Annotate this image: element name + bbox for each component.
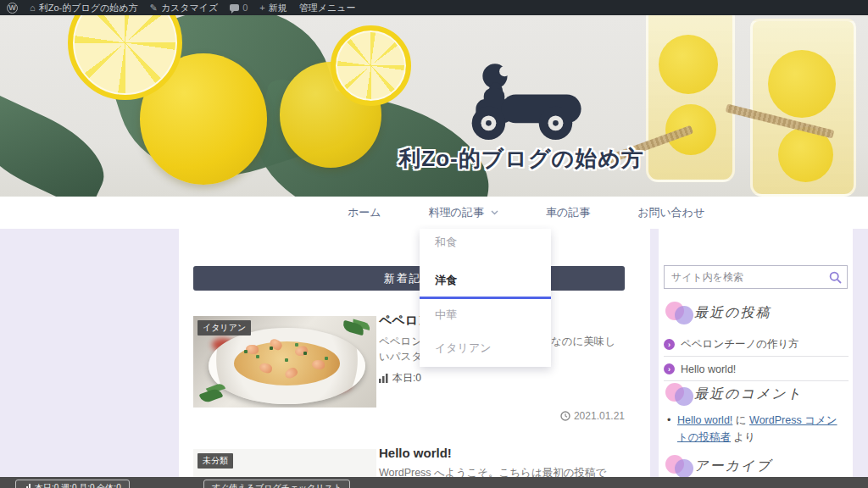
customize-icon: ✎ bbox=[149, 3, 157, 14]
widget-circles-icon bbox=[665, 383, 694, 405]
widget-title-recent-comments: 最近のコメント bbox=[665, 383, 803, 405]
admin-menu-button[interactable]: 管理メニュー bbox=[299, 2, 356, 14]
recent-post-link[interactable]: › Hello world! bbox=[664, 358, 849, 381]
plus-icon: + bbox=[259, 3, 264, 13]
wordpress-menu[interactable]: W bbox=[7, 3, 18, 14]
fixed-footer-bar: 本日:0 週:0 月:0 全体:0 すぐ使えるブログチェックリスト bbox=[0, 477, 868, 488]
comments-count: 0 bbox=[242, 3, 248, 13]
leaf-decor bbox=[0, 90, 118, 197]
chart-icon bbox=[24, 484, 31, 488]
new-content-button[interactable]: + 新規 bbox=[259, 2, 287, 14]
post-thumbnail[interactable]: イタリアン bbox=[193, 316, 376, 408]
main-navigation: ホーム 料理の記事 車の記事 お問い合わせ bbox=[0, 197, 868, 229]
category-badge[interactable]: イタリアン bbox=[198, 320, 251, 336]
glass-jar-decor bbox=[750, 19, 856, 197]
category-badge[interactable]: 未分類 bbox=[198, 453, 233, 469]
admin-menu-label: 管理メニュー bbox=[299, 2, 356, 14]
wp-admin-bar: W ⌂ 利Zo-的ブログの始め方 ✎ カスタマイズ 0 + 新規 管理メニュー bbox=[0, 0, 868, 15]
submenu-item-yoshoku[interactable]: 洋食 bbox=[435, 273, 457, 288]
search-button[interactable] bbox=[823, 266, 847, 288]
access-counter-badge: 本日:0 週:0 月:0 全体:0 bbox=[15, 480, 130, 488]
sidebar-search bbox=[664, 265, 848, 289]
widget-title-archive: アーカイブ bbox=[665, 455, 772, 477]
access-counter-text: 本日:0 週:0 月:0 全体:0 bbox=[35, 482, 121, 488]
section-header-new-posts: 新着記事 bbox=[193, 266, 625, 291]
view-count-label: 本日:0 bbox=[392, 371, 421, 385]
cooking-submenu-dropdown: 和食 洋食 中華 イタリアン bbox=[420, 229, 551, 367]
submenu-item-chuka[interactable]: 中華 bbox=[435, 308, 457, 323]
recent-post-link[interactable]: › ペペロンチーノの作り方 bbox=[664, 333, 849, 357]
chart-icon bbox=[379, 374, 389, 383]
site-title[interactable]: 利Zo-的ブログの始め方 bbox=[322, 144, 721, 174]
post-date-label: 2021.01.21 bbox=[574, 410, 625, 422]
search-input[interactable] bbox=[665, 271, 823, 283]
submenu-item-washoku[interactable]: 和食 bbox=[435, 235, 457, 250]
new-label: 新規 bbox=[269, 2, 287, 14]
recent-comment-item: •Hello world! に WordPress コメントの投稿者 より bbox=[677, 412, 847, 446]
footer-secondary-text: すぐ使えるブログチェックリスト bbox=[212, 482, 342, 488]
search-icon bbox=[829, 271, 842, 284]
car-logo-icon bbox=[453, 59, 589, 142]
chevron-down-icon bbox=[491, 210, 498, 215]
widget-circles-icon bbox=[665, 302, 694, 324]
nav-item-contact[interactable]: お問い合わせ bbox=[637, 205, 704, 220]
wordpress-logo-icon: W bbox=[7, 3, 18, 14]
customize-label: カスタマイズ bbox=[161, 2, 219, 14]
comments-icon bbox=[230, 4, 239, 11]
arrow-right-icon: › bbox=[664, 363, 675, 374]
arrow-right-icon: › bbox=[664, 339, 675, 350]
post-view-counter: 本日:0 bbox=[379, 371, 626, 385]
site-header-image: 利Zo-的ブログの始め方 bbox=[0, 15, 868, 197]
footer-secondary-badge[interactable]: すぐ使えるブログチェックリスト bbox=[203, 480, 350, 488]
site-name-menu[interactable]: ⌂ 利Zo-的ブログの始め方 bbox=[30, 2, 137, 14]
site-logo[interactable]: 利Zo-的ブログの始め方 bbox=[322, 59, 721, 174]
post-date: 2021.01.21 bbox=[379, 410, 625, 422]
comments-button[interactable]: 0 bbox=[230, 3, 248, 13]
list-bullet: • bbox=[667, 412, 670, 429]
submenu-hover-underline bbox=[420, 297, 551, 299]
home-icon: ⌂ bbox=[30, 3, 36, 13]
nav-item-car[interactable]: 車の記事 bbox=[546, 205, 590, 220]
customize-button[interactable]: ✎ カスタマイズ bbox=[149, 2, 218, 14]
submenu-item-italian[interactable]: イタリアン bbox=[435, 341, 492, 356]
nav-item-home[interactable]: ホーム bbox=[348, 205, 381, 220]
clock-icon bbox=[560, 411, 570, 421]
wordpress-site-preview: 利Zo-的ブログの始め方 W ⌂ 利Zo-的ブログの始め方 ✎ カスタマイズ 0… bbox=[0, 0, 868, 488]
nav-item-cooking[interactable]: 料理の記事 bbox=[429, 205, 498, 220]
post-title-link[interactable]: Hello world! bbox=[379, 446, 626, 460]
comment-post-link[interactable]: Hello world! bbox=[677, 414, 732, 426]
admin-site-name: 利Zo-的ブログの始め方 bbox=[39, 2, 138, 14]
widget-circles-icon bbox=[665, 455, 694, 477]
widget-title-recent-posts: 最近の投稿 bbox=[665, 302, 771, 324]
